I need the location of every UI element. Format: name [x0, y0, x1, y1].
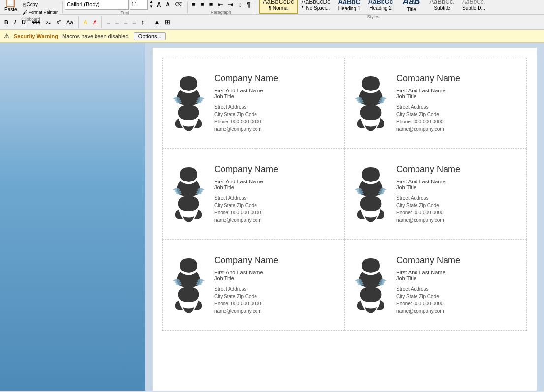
copy-button[interactable]: ⎘ Copy: [21, 1, 60, 8]
line-spacing-button[interactable]: ↕: [139, 17, 147, 27]
street-6: Street Address: [396, 285, 520, 293]
first-last-name-6: First And Last Name: [396, 270, 520, 275]
street-4: Street Address: [396, 194, 520, 202]
options-button[interactable]: Options...: [134, 32, 166, 40]
card-content-2: Company Name First And Last Name Job Tit…: [396, 73, 520, 133]
style-h2-label: Heading 2: [369, 5, 392, 11]
business-card-3: Company Name First And Last Name Job Tit…: [162, 149, 345, 240]
font-size-input[interactable]: [130, 0, 148, 10]
ribbon: 📋 Paste ✂ Cut ⎘ Copy 🖌 Format Painter: [0, 0, 544, 30]
paragraph-label: Paragraph: [211, 10, 231, 15]
address-6: Street Address City State Zip Code Phone…: [396, 285, 520, 315]
first-last-name-2: First And Last Name: [396, 88, 520, 93]
business-card-1: Company Name First And Last Name Job Tit…: [162, 58, 345, 149]
increase-font-size-button[interactable]: ▲: [149, 0, 154, 4]
business-card-2: Company Name First And Last Name Job Tit…: [345, 58, 527, 149]
style-normal-label: ¶ Normal: [269, 5, 288, 11]
address-3: Street Address City State Zip Code Phone…: [214, 194, 338, 224]
company-name-3: Company Name: [214, 164, 338, 175]
style-title[interactable]: AaB Title: [397, 0, 425, 14]
style-subtitle[interactable]: AaBbCc. Subtitle: [426, 0, 458, 14]
show-hide-button[interactable]: ¶: [245, 0, 252, 9]
phone-6: Phone: 000 000 0000: [396, 300, 520, 307]
shading-button[interactable]: ▲: [152, 17, 162, 27]
increase-indent-button[interactable]: ⇥: [226, 0, 235, 9]
highlight-button[interactable]: A: [81, 18, 90, 26]
address-2: Street Address City State Zip Code Phone…: [396, 103, 520, 133]
italic-button[interactable]: I: [12, 18, 18, 26]
job-title-4: Job Title: [396, 184, 520, 190]
style-h2-preview: AaBbCc: [368, 0, 393, 5]
paragraph-section: ≡ ≡ ≡ ⇤ ⇥ ↕ ¶ Paragraph: [190, 0, 252, 15]
font-name-input[interactable]: [65, 0, 129, 10]
street-2: Street Address: [396, 103, 520, 111]
address-1: Street Address City State Zip Code Phone…: [214, 103, 338, 133]
paste-label: Paste: [4, 7, 17, 12]
decorative-logo-6: [352, 253, 389, 317]
job-title-5: Job Title: [214, 275, 338, 281]
borders-button[interactable]: ⊞: [163, 17, 172, 27]
subscript-button[interactable]: x₂: [44, 18, 53, 26]
align-left-button[interactable]: ≡: [104, 17, 112, 27]
sort-button[interactable]: ↕: [236, 0, 244, 9]
divider6: [149, 16, 149, 28]
numbering-button[interactable]: ≡: [198, 0, 206, 9]
street-5: Street Address: [214, 285, 338, 293]
city-2: City State Zip Code: [396, 111, 520, 118]
decrease-indent-button[interactable]: ⇤: [216, 0, 225, 9]
card-content-4: Company Name First And Last Name Job Tit…: [396, 164, 520, 224]
clear-formatting-button[interactable]: ⌫: [173, 0, 185, 9]
email-1: name@company.com: [214, 125, 338, 133]
style-subtitle-label: Subtitle: [434, 5, 450, 11]
font-color-button[interactable]: A: [91, 18, 99, 26]
decrease-font-size-button[interactable]: ▼: [149, 4, 154, 9]
style-title-label: Title: [407, 7, 416, 12]
clipboard-small-buttons: ✂ Cut ⎘ Copy 🖌 Format Painter: [21, 0, 60, 16]
multilevel-button[interactable]: ≡: [207, 0, 215, 9]
job-title-3: Job Title: [214, 184, 338, 190]
card-logo-4: [351, 162, 390, 226]
ribbon-row1: 📋 Paste ✂ Cut ⎘ Copy 🖌 Format Painter: [0, 0, 544, 15]
email-2: name@company.com: [396, 125, 520, 133]
job-title-6: Job Title: [396, 275, 520, 281]
company-name-6: Company Name: [396, 255, 520, 266]
job-title-2: Job Title: [396, 93, 520, 99]
cut-button[interactable]: ✂ Cut: [21, 0, 60, 0]
align-right-button[interactable]: ≡: [122, 17, 129, 27]
security-message: Macros have been disabled.: [62, 33, 130, 39]
card-logo-6: [351, 253, 390, 317]
style-no-spacing[interactable]: AaBbCcDc ¶ No Spaci...: [298, 0, 334, 14]
street-1: Street Address: [214, 103, 338, 111]
change-case-button[interactable]: Aa: [64, 18, 75, 26]
decorative-logo-4: [352, 162, 389, 226]
underline-button[interactable]: U: [19, 18, 28, 26]
style-normal[interactable]: AaBbCcDc ¶ Normal: [259, 0, 298, 14]
phone-4: Phone: 000 000 0000: [396, 209, 520, 216]
style-subtle[interactable]: AaBbCc. Subtle D...: [459, 0, 489, 14]
bullets-button[interactable]: ≡: [190, 0, 198, 9]
security-icon: ⚠: [4, 32, 10, 40]
decorative-logo-5: [170, 253, 207, 317]
superscript-button[interactable]: x²: [54, 18, 63, 26]
style-subtle-preview: AaBbCc.: [462, 0, 485, 5]
format-painter-button[interactable]: 🖌 Format Painter: [21, 9, 60, 16]
styles-list: AaBbCcDc ¶ Normal AaBbCcDc ¶ No Spaci...…: [259, 0, 489, 14]
first-last-name-3: First And Last Name: [214, 179, 338, 184]
strikethrough-button[interactable]: abc: [29, 18, 43, 26]
style-heading1[interactable]: AaBbC Heading 1: [334, 0, 364, 14]
shrink-font-button[interactable]: A: [164, 1, 171, 8]
font-section-label: Font: [120, 10, 129, 15]
phone-5: Phone: 000 000 0000: [214, 300, 338, 307]
bold-button[interactable]: B: [2, 18, 11, 26]
copy-icon: ⎘: [23, 2, 26, 7]
justify-button[interactable]: ≡: [130, 17, 138, 27]
align-center-button[interactable]: ≡: [113, 17, 121, 27]
document-area: Company Name First And Last Name Job Tit…: [145, 43, 544, 391]
phone-1: Phone: 000 000 0000: [214, 118, 338, 125]
company-name-2: Company Name: [396, 73, 520, 84]
address-4: Street Address City State Zip Code Phone…: [396, 194, 520, 224]
grow-font-button[interactable]: A: [155, 0, 163, 9]
style-heading2[interactable]: AaBbCc Heading 2: [365, 0, 397, 14]
paste-button[interactable]: 📋 Paste: [2, 0, 20, 14]
address-5: Street Address City State Zip Code Phone…: [214, 285, 338, 315]
